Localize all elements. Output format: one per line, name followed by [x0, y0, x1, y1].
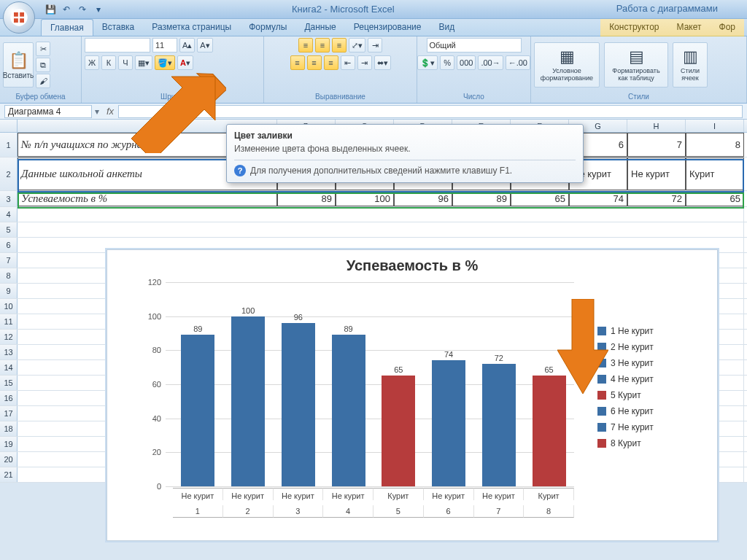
cell-I1[interactable]: 8	[686, 133, 744, 157]
orientation-button[interactable]: ⤢▾	[349, 38, 365, 52]
cell-H2[interactable]: Не курит	[627, 158, 686, 190]
row-header-9[interactable]: 9	[0, 284, 18, 298]
cell-E3[interactable]: 89	[452, 191, 511, 206]
row-header-18[interactable]: 18	[0, 421, 18, 436]
cell-H1[interactable]: 7	[627, 133, 686, 157]
row-header-7[interactable]: 7	[0, 253, 18, 268]
tab-chart-layout[interactable]: Макет	[668, 19, 711, 36]
tab-home[interactable]: Главная	[41, 19, 93, 36]
font-name-box[interactable]	[85, 38, 150, 52]
bar-2[interactable]: 100	[223, 306, 274, 486]
column-header-I[interactable]: I	[686, 120, 744, 132]
tab-pagelayout[interactable]: Разметка страницы	[143, 19, 240, 36]
legend-item-6[interactable]: 6 Не курит	[597, 403, 707, 419]
formula-input[interactable]	[118, 105, 743, 118]
bar-1[interactable]: 89	[173, 324, 223, 486]
row-header-17[interactable]: 17	[0, 406, 18, 421]
legend-item-5[interactable]: 5 Курит	[597, 387, 707, 403]
decrease-decimal-button[interactable]: ←.00	[506, 55, 530, 70]
underline-button[interactable]: Ч	[118, 55, 133, 70]
border-button[interactable]: ▦▾	[135, 55, 152, 70]
row-header-4[interactable]: 4	[0, 207, 18, 222]
row-header-11[interactable]: 11	[0, 314, 18, 329]
font-color-button[interactable]: A▾	[177, 55, 193, 70]
italic-button[interactable]: К	[101, 55, 116, 70]
tab-insert[interactable]: Вставка	[93, 19, 144, 36]
currency-button[interactable]: 💲▾	[417, 55, 438, 70]
format-as-table-button[interactable]: ▤ Форматировать как таблицу	[604, 42, 668, 88]
legend-item-2[interactable]: 2 Не курит	[597, 339, 707, 355]
column-header-H[interactable]: H	[627, 120, 686, 132]
cell-A3[interactable]: Успеваемость в %	[18, 191, 277, 206]
cell-G3[interactable]: 74	[569, 191, 627, 206]
bar-7[interactable]: 72	[474, 354, 525, 486]
paste-button[interactable]: 📋 Вставить	[3, 42, 34, 88]
tab-chart-design[interactable]: Конструктор	[600, 19, 667, 36]
tab-data[interactable]: Данные	[295, 19, 344, 36]
row-header-16[interactable]: 16	[0, 391, 18, 405]
bar-5[interactable]: 65	[374, 365, 424, 486]
row-4-area[interactable]	[18, 207, 744, 222]
copy-button[interactable]: ⧉	[36, 58, 50, 72]
name-box[interactable]: Диаграмма 4	[4, 105, 92, 118]
row-header-19[interactable]: 19	[0, 437, 18, 451]
number-format-box[interactable]: Общий	[427, 38, 522, 52]
select-all-button[interactable]	[0, 120, 18, 132]
cell-I2[interactable]: Курит	[686, 158, 744, 190]
row-header-5[interactable]: 5	[0, 222, 18, 237]
tab-view[interactable]: Вид	[430, 19, 463, 36]
fill-color-button[interactable]: 🪣▾	[155, 55, 175, 70]
office-button[interactable]	[3, 1, 35, 34]
row-header-13[interactable]: 13	[0, 345, 18, 359]
qat-undo-icon[interactable]: ↶	[60, 3, 73, 16]
row-header-1[interactable]: 1	[0, 133, 18, 157]
bar-4[interactable]: 89	[323, 324, 374, 486]
cell-D3[interactable]: 96	[394, 191, 452, 206]
row-header-20[interactable]: 20	[0, 452, 18, 467]
row-header-21[interactable]: 21	[0, 467, 18, 482]
row-header-10[interactable]: 10	[0, 299, 18, 314]
percent-button[interactable]: %	[440, 55, 454, 70]
legend-item-7[interactable]: 7 Не курит	[597, 419, 707, 435]
qat-customize-icon[interactable]: ▾	[92, 3, 105, 16]
row-header-6[interactable]: 6	[0, 238, 18, 252]
align-bottom-button[interactable]: ≡	[332, 38, 347, 52]
cell-H3[interactable]: 72	[627, 191, 686, 206]
legend-item-4[interactable]: 4 Не курит	[597, 371, 707, 387]
font-size-box[interactable]: 11	[152, 38, 177, 52]
row-header-15[interactable]: 15	[0, 376, 18, 390]
qat-save-icon[interactable]: 💾	[44, 3, 57, 16]
cell-C3[interactable]: 100	[336, 191, 394, 206]
tab-formulas[interactable]: Формулы	[240, 19, 295, 36]
legend-item-1[interactable]: 1 Не курит	[597, 323, 707, 339]
bar-6[interactable]: 74	[424, 350, 474, 486]
bold-button[interactable]: Ж	[85, 55, 99, 70]
formatpainter-button[interactable]: 🖌	[36, 74, 50, 88]
cell-I3[interactable]: 65	[686, 191, 744, 206]
row-header-12[interactable]: 12	[0, 330, 18, 344]
align-right-button[interactable]: ≡	[324, 55, 338, 70]
merge-button[interactable]: ⬌▾	[374, 55, 391, 70]
conditional-formatting-button[interactable]: ▦ Условное форматирование	[534, 42, 600, 88]
cell-B3[interactable]: 89	[277, 191, 336, 206]
row-header-14[interactable]: 14	[0, 360, 18, 375]
chart-object[interactable]: Успеваемость в % 020406080100120 8910096…	[107, 249, 718, 541]
legend-item-3[interactable]: 3 Не курит	[597, 355, 707, 371]
align-center-button[interactable]: ≡	[307, 55, 322, 70]
row-header-3[interactable]: 3	[0, 191, 18, 206]
comma-button[interactable]: 000	[457, 55, 476, 70]
row-header-8[interactable]: 8	[0, 268, 18, 283]
row-5-area[interactable]	[18, 222, 744, 237]
shrink-font-button[interactable]: A▾	[197, 38, 212, 52]
align-left-button[interactable]: ≡	[290, 55, 305, 70]
align-top-button[interactable]: ≡	[298, 38, 313, 52]
align-middle-button[interactable]: ≡	[315, 38, 330, 52]
tab-chart-format[interactable]: Фор	[711, 19, 744, 36]
tab-review[interactable]: Рецензирование	[345, 19, 430, 36]
qat-redo-icon[interactable]: ↷	[76, 3, 89, 16]
namebox-dropdown-icon[interactable]: ▾	[92, 106, 102, 117]
cut-button[interactable]: ✂	[36, 42, 50, 56]
wrap-text-button[interactable]: ⇥	[368, 38, 382, 52]
bar-8[interactable]: 65	[524, 365, 574, 486]
increase-decimal-button[interactable]: .00→	[478, 55, 503, 70]
